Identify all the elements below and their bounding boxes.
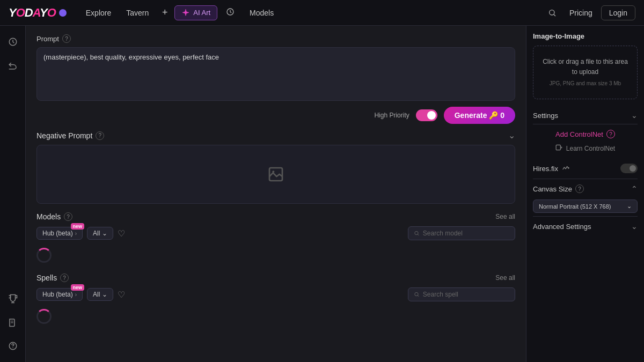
nav-history[interactable]: [219, 4, 241, 21]
upload-sub-text: JPG, PNG and max size 3 Mb: [540, 79, 631, 88]
canvas-size-row: Canvas Size ? ⌃: [533, 179, 638, 196]
hires-label: Hires.fix: [533, 164, 570, 173]
spells-hub-badge[interactable]: new Hub (beta) ›: [36, 288, 83, 301]
upload-main-text: Click or drag a file to this area to upl…: [540, 57, 631, 77]
models-header-left: Models ?: [36, 212, 72, 221]
nav-ai-art-label: AI Art: [193, 9, 210, 17]
svg-rect-16: [556, 145, 560, 150]
prompt-actions: High Priority Generate 🔑 0: [36, 107, 515, 124]
models-filter-chevron: ⌄: [102, 230, 107, 237]
models-loading-spinner: [36, 248, 52, 263]
nav-plus-button[interactable]: +: [157, 5, 172, 20]
hires-icon: [561, 164, 570, 173]
nav-tavern[interactable]: Tavern: [120, 5, 155, 20]
canvas-chevron[interactable]: ⌃: [631, 184, 638, 193]
top-navigation: YODAYO Explore Tavern + AI Art Models: [0, 0, 644, 26]
svg-line-13: [418, 234, 419, 235]
spells-filter-row: new Hub (beta) › All ⌄ ♡: [36, 287, 515, 301]
add-controlnet-button[interactable]: Add ControlNet: [555, 130, 603, 138]
pricing-button[interactable]: Pricing: [565, 6, 597, 20]
spells-label: Spells: [36, 274, 57, 282]
spells-heart-button[interactable]: ♡: [118, 290, 125, 300]
upload-area[interactable]: Click or drag a file to this area to upl…: [533, 46, 638, 99]
learn-controlnet-link[interactable]: Learn ControlNet: [566, 145, 615, 152]
spells-loading-spinner: [36, 309, 52, 324]
canvas-size-value: Normal Portrait (512 X 768): [539, 203, 624, 210]
learn-controlnet-row: Learn ControlNet: [533, 144, 638, 158]
models-filter-select[interactable]: All ⌄: [87, 227, 113, 240]
high-priority-toggle[interactable]: [416, 109, 437, 121]
main-layout: Prompt ? (masterpiece), best quality, ex…: [0, 26, 644, 362]
models-heart-button[interactable]: ♡: [118, 228, 125, 239]
logo-text: YODAYO: [9, 6, 56, 20]
left-sidebar: [0, 26, 26, 362]
login-button[interactable]: Login: [601, 5, 635, 20]
prompt-textarea[interactable]: (masterpiece), best quality, expressive …: [36, 47, 515, 101]
spells-search-icon: [414, 291, 420, 298]
spells-search-container: [408, 287, 515, 301]
settings-row[interactable]: Settings ⌄: [533, 107, 638, 124]
generate-button[interactable]: Generate 🔑 0: [444, 107, 515, 124]
logo[interactable]: YODAYO: [9, 6, 67, 20]
canvas-dropdown-chevron: ⌄: [627, 203, 632, 210]
settings-chevron: ⌄: [631, 111, 638, 120]
models-see-all[interactable]: See all: [495, 213, 515, 220]
svg-point-12: [415, 231, 418, 234]
models-label: Models: [36, 212, 61, 221]
prompt-section: Prompt ? (masterpiece), best quality, ex…: [36, 34, 515, 124]
history-sidebar-button[interactable]: [3, 32, 23, 51]
sparkle-icon: [181, 9, 190, 17]
advanced-settings-row[interactable]: Advanced Settings ⌄: [533, 216, 638, 236]
history-sidebar-icon: [8, 37, 18, 47]
negative-prompt-help-icon[interactable]: ?: [96, 131, 104, 140]
help-sidebar-button[interactable]: [3, 336, 23, 356]
nav-ai-art[interactable]: AI Art: [174, 5, 217, 20]
spells-section: Spells ? See all new Hub (beta) › All ⌄ …: [36, 265, 515, 326]
nav-models[interactable]: Models: [243, 5, 280, 20]
advanced-settings-label: Advanced Settings: [533, 223, 591, 231]
logo-dot: [59, 9, 67, 17]
spells-search-input[interactable]: [423, 291, 509, 298]
spells-help-icon[interactable]: ?: [60, 274, 69, 282]
nav-explore[interactable]: Explore: [79, 5, 118, 20]
spells-filter-select[interactable]: All ⌄: [87, 288, 113, 301]
search-icon: [548, 9, 557, 17]
undo-icon: [8, 61, 18, 70]
negative-prompt-label: Negative Prompt: [36, 131, 92, 140]
svg-marker-17: [561, 146, 562, 149]
negative-prompt-chevron: ⌄: [508, 130, 515, 141]
svg-point-18: [568, 167, 569, 169]
svg-point-9: [12, 347, 13, 348]
spells-hub-chevron: ›: [75, 292, 77, 298]
spells-see-all[interactable]: See all: [495, 274, 515, 282]
models-hub-badge[interactable]: new Hub (beta) ›: [36, 227, 83, 240]
search-button[interactable]: [544, 4, 561, 21]
canvas-help-icon[interactable]: ?: [575, 184, 584, 193]
models-search-input[interactable]: [423, 230, 509, 237]
canvas-size-label: Canvas Size ?: [533, 184, 584, 193]
canvas-size-dropdown[interactable]: Normal Portrait (512 X 768) ⌄: [533, 200, 638, 213]
prompt-help-icon[interactable]: ?: [62, 34, 71, 43]
undo-sidebar-button[interactable]: [3, 56, 23, 75]
models-filter-row: new Hub (beta) › All ⌄ ♡: [36, 226, 515, 240]
high-priority-label: High Priority: [374, 112, 409, 119]
controlnet-help-icon[interactable]: ?: [606, 130, 615, 138]
spells-filter-chevron: ⌄: [102, 291, 107, 298]
models-section: Models ? See all new Hub (beta) › All ⌄ …: [36, 204, 515, 265]
book-sidebar-button[interactable]: [3, 313, 23, 332]
models-help-icon[interactable]: ?: [64, 212, 72, 221]
hires-row: Hires.fix: [533, 158, 638, 179]
settings-label: Settings: [533, 112, 558, 120]
negative-prompt-header[interactable]: Negative Prompt ? ⌄: [36, 124, 515, 145]
help-icon: [8, 341, 18, 351]
negative-prompt-header-left: Negative Prompt ?: [36, 131, 104, 140]
image-placeholder-icon: [267, 166, 284, 183]
trophy-sidebar-button[interactable]: [3, 289, 23, 308]
models-header: Models ? See all: [36, 204, 515, 226]
svg-line-2: [554, 14, 555, 16]
video-icon: [555, 144, 563, 153]
content-area: Prompt ? (masterpiece), best quality, ex…: [26, 26, 526, 362]
models-hub-new-tag: new: [71, 223, 85, 230]
hires-toggle[interactable]: [620, 164, 638, 173]
models-search-icon: [414, 230, 420, 237]
